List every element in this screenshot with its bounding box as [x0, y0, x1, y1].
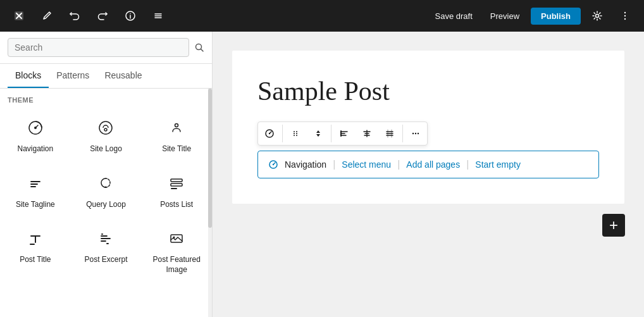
theme-section-label: THEME [0, 89, 212, 106]
nav-block-nav-icon [268, 159, 278, 170]
block-label-post-excerpt: Post Excerpt [84, 255, 127, 265]
svg-point-2 [130, 13, 131, 15]
info-button[interactable] [119, 4, 142, 27]
block-toolbar [257, 121, 428, 146]
block-item-query-loop[interactable]: Query Loop [71, 162, 142, 218]
sidebar-search-bar [0, 32, 212, 64]
block-label-site-logo: Site Logo [90, 144, 122, 154]
post-featured-image-icon [165, 227, 188, 250]
toolbar-align-left-button[interactable] [333, 122, 356, 145]
more-options-button[interactable] [614, 4, 636, 27]
block-label-posts-list: Posts List [160, 200, 193, 210]
block-label-post-featured-image: Post Featured Image [146, 255, 207, 275]
settings-button[interactable] [586, 4, 609, 27]
block-label-site-tagline: Site Tagline [16, 200, 55, 210]
svg-point-25 [294, 135, 295, 136]
nav-divider-2: | [397, 159, 400, 170]
toolbar-divider-3 [402, 125, 403, 142]
svg-point-18 [173, 237, 175, 239]
undo-button[interactable] [63, 4, 86, 27]
svg-point-4 [624, 12, 626, 13]
main: Blocks Patterns Reusable THEME [0, 32, 644, 317]
svg-point-20 [269, 133, 270, 134]
svg-point-11 [104, 128, 107, 131]
svg-rect-15 [171, 188, 177, 189]
tab-blocks[interactable]: Blocks [8, 64, 49, 88]
block-label-query-loop: Query Loop [86, 200, 126, 210]
sidebar: Blocks Patterns Reusable THEME [0, 32, 213, 317]
select-menu-link[interactable]: Select menu [342, 159, 391, 170]
svg-point-31 [273, 164, 274, 165]
edit-icon-button[interactable] [35, 4, 58, 27]
block-item-site-title[interactable]: Site Title [141, 106, 212, 162]
svg-point-24 [296, 133, 297, 134]
toolbar-justify-button[interactable] [378, 122, 401, 145]
svg-point-28 [415, 133, 416, 134]
post-canvas: Sample Post [232, 51, 624, 204]
block-item-posts-list[interactable]: Posts List [141, 162, 212, 218]
search-icon[interactable] [194, 42, 204, 53]
post-excerpt-icon [94, 227, 117, 250]
svg-point-10 [99, 121, 112, 134]
svg-point-27 [412, 133, 414, 134]
toolbar-more-button[interactable] [404, 122, 427, 145]
save-draft-button[interactable]: Save draft [429, 8, 479, 25]
nav-block-title: Navigation [285, 159, 326, 170]
topbar-right: Save draft Preview Publish [429, 4, 636, 27]
toolbar-move-up-down-button[interactable] [307, 122, 330, 145]
query-loop-icon [94, 172, 117, 195]
svg-rect-16 [30, 244, 35, 245]
toolbar-align-center-button[interactable] [356, 122, 378, 145]
block-item-post-title[interactable]: Post Title [0, 217, 71, 282]
scrollbar-thumb[interactable] [208, 89, 212, 228]
block-label-site-title: Site Title [162, 144, 191, 154]
block-item-post-featured-image[interactable]: Post Featured Image [141, 217, 212, 282]
start-empty-link[interactable]: Start empty [475, 159, 521, 170]
toolbar-divider-1 [282, 125, 283, 142]
block-item-navigation[interactable]: Navigation [0, 106, 71, 162]
post-title-icon [24, 227, 47, 250]
sidebar-content: THEME Navigation [0, 89, 212, 317]
post-title-heading: Sample Post [257, 76, 599, 106]
tab-reusable[interactable]: Reusable [97, 64, 149, 88]
svg-point-23 [294, 133, 295, 134]
svg-point-6 [624, 18, 626, 20]
close-button[interactable] [8, 4, 30, 27]
svg-rect-13 [171, 179, 182, 182]
toolbar-drag-button[interactable] [284, 122, 307, 145]
svg-point-22 [296, 131, 297, 132]
site-tagline-icon [24, 172, 47, 195]
nav-divider-3: | [466, 159, 469, 170]
toolbar-divider-2 [331, 125, 331, 142]
add-all-pages-link[interactable]: Add all pages [406, 159, 460, 170]
redo-button[interactable] [91, 4, 114, 27]
add-block-button[interactable]: + [602, 214, 625, 237]
toolbar-nav-icon-button[interactable] [258, 122, 281, 145]
block-grid: Navigation Site Logo [0, 106, 212, 290]
block-item-site-logo[interactable]: Site Logo [71, 106, 142, 162]
scrollbar-track [208, 89, 212, 317]
svg-point-29 [418, 133, 419, 134]
svg-point-26 [296, 135, 297, 136]
tab-patterns[interactable]: Patterns [49, 64, 97, 88]
preview-button[interactable]: Preview [484, 8, 526, 25]
svg-point-3 [596, 15, 599, 18]
navigation-block: Navigation | Select menu | Add all pages… [257, 151, 599, 178]
publish-button[interactable]: Publish [531, 8, 581, 25]
svg-point-12 [175, 124, 178, 127]
block-item-site-tagline[interactable]: Site Tagline [0, 162, 71, 218]
navigation-icon [24, 116, 47, 139]
topbar: Save draft Preview Publish [0, 0, 644, 32]
search-input[interactable] [8, 38, 189, 57]
block-label-post-title: Post Title [20, 255, 51, 265]
block-item-post-excerpt[interactable]: Post Excerpt [71, 217, 142, 282]
list-view-button[interactable] [147, 4, 170, 27]
svg-point-5 [624, 15, 626, 16]
topbar-left [8, 4, 170, 27]
nav-divider-1: | [333, 159, 335, 170]
svg-point-21 [294, 131, 295, 132]
site-title-icon [165, 116, 188, 139]
block-label-navigation: Navigation [17, 144, 53, 154]
svg-rect-14 [171, 183, 182, 186]
site-logo-icon [94, 116, 117, 139]
